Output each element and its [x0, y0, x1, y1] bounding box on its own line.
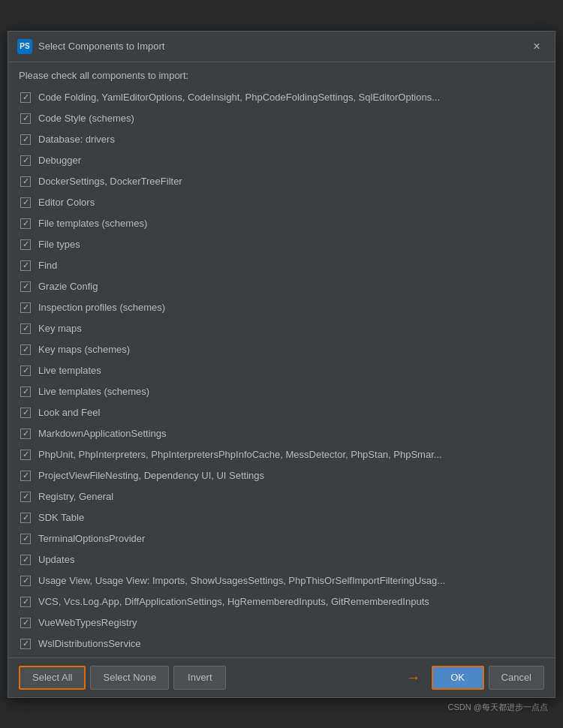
- component-label: Live templates (schemes): [38, 386, 149, 397]
- component-label: Look and Feel: [38, 407, 100, 418]
- component-checkbox[interactable]: ✓: [20, 555, 31, 565]
- list-item[interactable]: ✓Live templates (schemes): [10, 381, 553, 402]
- component-checkbox[interactable]: ✓: [20, 134, 31, 145]
- component-label: Inspection profiles (schemes): [38, 302, 165, 313]
- component-label: Live templates: [38, 365, 101, 376]
- component-checkbox[interactable]: ✓: [20, 197, 31, 208]
- component-label: Key maps: [38, 323, 82, 334]
- component-checkbox[interactable]: ✓: [20, 429, 31, 439]
- component-checkbox[interactable]: ✓: [20, 344, 31, 355]
- list-item[interactable]: ✓Key maps (schemes): [10, 339, 553, 360]
- component-checkbox[interactable]: ✓: [20, 218, 31, 229]
- footer-right-buttons: → OK Cancel: [400, 666, 544, 690]
- component-label: Editor Colors: [38, 197, 95, 208]
- component-checkbox[interactable]: ✓: [20, 408, 31, 418]
- component-label: Debugger: [38, 155, 81, 166]
- component-label: VueWebTypesRegistry: [38, 617, 137, 628]
- dialog-overlay: PS Select Components to Import × Please …: [0, 0, 563, 728]
- component-checkbox[interactable]: ✓: [20, 260, 31, 271]
- list-item[interactable]: ✓DockerSettings, DockerTreeFilter: [10, 171, 553, 192]
- watermark: CSDN @每天都进步一点点: [448, 702, 548, 713]
- component-label: Updates: [38, 554, 74, 565]
- component-checkbox[interactable]: ✓: [20, 281, 31, 292]
- list-item[interactable]: ✓Grazie Config: [10, 276, 553, 297]
- list-item[interactable]: ✓Inspection profiles (schemes): [10, 297, 553, 318]
- dialog-title-content: PS Select Components to Import: [17, 39, 164, 54]
- component-checkbox[interactable]: ✓: [20, 576, 31, 586]
- invert-button[interactable]: Invert: [173, 666, 226, 690]
- component-label: TerminalOptionsProvider: [38, 533, 145, 544]
- app-icon: PS: [17, 39, 32, 54]
- list-item[interactable]: ✓SDK Table: [10, 507, 553, 528]
- component-label: Grazie Config: [38, 281, 98, 292]
- component-checkbox[interactable]: ✓: [20, 471, 31, 481]
- list-item[interactable]: ✓Look and Feel: [10, 402, 553, 423]
- list-item[interactable]: ✓Updates: [10, 549, 553, 570]
- select-all-button[interactable]: Select All: [19, 666, 86, 690]
- dialog-instruction: Please check all components to import:: [8, 62, 555, 87]
- component-checkbox[interactable]: ✓: [20, 450, 31, 460]
- component-label: PhpUnit, PhpInterpreters, PhpInterpreter…: [38, 449, 442, 460]
- list-item[interactable]: ✓File types: [10, 234, 553, 255]
- component-label: WslDistributionsService: [38, 638, 141, 649]
- component-list[interactable]: ✓Code Folding, YamlEditorOptions, CodeIn…: [8, 87, 555, 657]
- component-checkbox[interactable]: ✓: [20, 92, 31, 103]
- component-checkbox[interactable]: ✓: [20, 492, 31, 502]
- list-item[interactable]: ✓Editor Colors: [10, 192, 553, 213]
- list-item[interactable]: ✓Debugger: [10, 150, 553, 171]
- component-label: Key maps (schemes): [38, 344, 130, 355]
- component-label: Usage View, Usage View: Imports, ShowUsa…: [38, 575, 445, 586]
- list-item[interactable]: ✓Usage View, Usage View: Imports, ShowUs…: [10, 570, 553, 591]
- list-item[interactable]: ✓VueWebTypesRegistry: [10, 612, 553, 633]
- component-label: MarkdownApplicationSettings: [38, 428, 167, 439]
- component-checkbox[interactable]: ✓: [20, 155, 31, 166]
- component-label: Code Style (schemes): [38, 113, 134, 124]
- footer-left-buttons: Select All Select None Invert: [19, 666, 394, 690]
- component-label: Registry, General: [38, 491, 113, 502]
- list-item[interactable]: ✓MarkdownApplicationSettings: [10, 423, 553, 444]
- component-checkbox[interactable]: ✓: [20, 113, 31, 124]
- component-checkbox[interactable]: ✓: [20, 639, 31, 649]
- list-item[interactable]: ✓Registry, General: [10, 486, 553, 507]
- list-item[interactable]: ✓PhpUnit, PhpInterpreters, PhpInterprete…: [10, 444, 553, 465]
- close-button[interactable]: ×: [528, 38, 546, 56]
- component-checkbox[interactable]: ✓: [20, 176, 31, 187]
- cancel-button[interactable]: Cancel: [489, 666, 544, 690]
- list-item[interactable]: ✓TerminalOptionsProvider: [10, 528, 553, 549]
- component-checkbox[interactable]: ✓: [20, 239, 31, 250]
- component-checkbox[interactable]: ✓: [20, 366, 31, 376]
- dialog-footer: Select All Select None Invert → OK Cance…: [8, 657, 555, 697]
- component-label: DockerSettings, DockerTreeFilter: [38, 176, 182, 187]
- component-checkbox[interactable]: ✓: [20, 618, 31, 628]
- arrow-decoration: →: [406, 669, 421, 686]
- component-checkbox[interactable]: ✓: [20, 513, 31, 523]
- component-label: Database: drivers: [38, 134, 115, 145]
- component-label: ProjectViewFileNesting, Dependency UI, U…: [38, 470, 264, 481]
- component-label: File types: [38, 239, 80, 250]
- list-item[interactable]: ✓Find: [10, 255, 553, 276]
- dialog-titlebar: PS Select Components to Import ×: [8, 32, 555, 62]
- list-item[interactable]: ✓File templates (schemes): [10, 213, 553, 234]
- list-item[interactable]: ✓VCS, Vcs.Log.App, DiffApplicationSettin…: [10, 591, 553, 612]
- select-none-button[interactable]: Select None: [90, 666, 169, 690]
- component-checkbox[interactable]: ✓: [20, 323, 31, 334]
- dialog-title: Select Components to Import: [38, 41, 164, 52]
- list-item[interactable]: ✓Code Folding, YamlEditorOptions, CodeIn…: [10, 87, 553, 108]
- component-label: Find: [38, 260, 57, 271]
- component-label: File templates (schemes): [38, 218, 147, 229]
- list-item[interactable]: ✓Code Style (schemes): [10, 108, 553, 129]
- list-item[interactable]: ✓Database: drivers: [10, 129, 553, 150]
- component-label: SDK Table: [38, 512, 84, 523]
- ok-button[interactable]: OK: [432, 666, 484, 690]
- list-item[interactable]: ✓ProjectViewFileNesting, Dependency UI, …: [10, 465, 553, 486]
- dialog: PS Select Components to Import × Please …: [8, 31, 555, 698]
- component-checkbox[interactable]: ✓: [20, 302, 31, 313]
- component-checkbox[interactable]: ✓: [20, 597, 31, 607]
- list-item[interactable]: ✓WslDistributionsService: [10, 633, 553, 654]
- component-checkbox[interactable]: ✓: [20, 387, 31, 397]
- list-item[interactable]: ✓Live templates: [10, 360, 553, 381]
- list-item[interactable]: ✓Key maps: [10, 318, 553, 339]
- component-checkbox[interactable]: ✓: [20, 534, 31, 544]
- component-label: VCS, Vcs.Log.App, DiffApplicationSetting…: [38, 596, 429, 607]
- component-label: Code Folding, YamlEditorOptions, CodeIns…: [38, 92, 440, 103]
